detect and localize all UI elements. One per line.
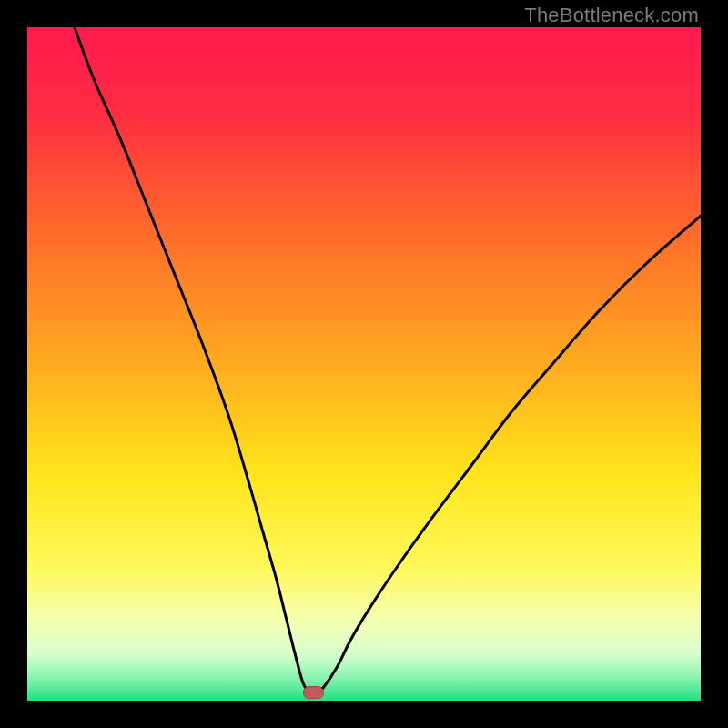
gradient-background — [27, 27, 701, 701]
watermark-text: TheBottleneck.com — [524, 4, 699, 27]
plot-area — [27, 27, 701, 701]
bottleneck-chart — [27, 27, 701, 701]
optimal-marker — [304, 687, 324, 699]
chart-frame: TheBottleneck.com — [0, 0, 728, 728]
